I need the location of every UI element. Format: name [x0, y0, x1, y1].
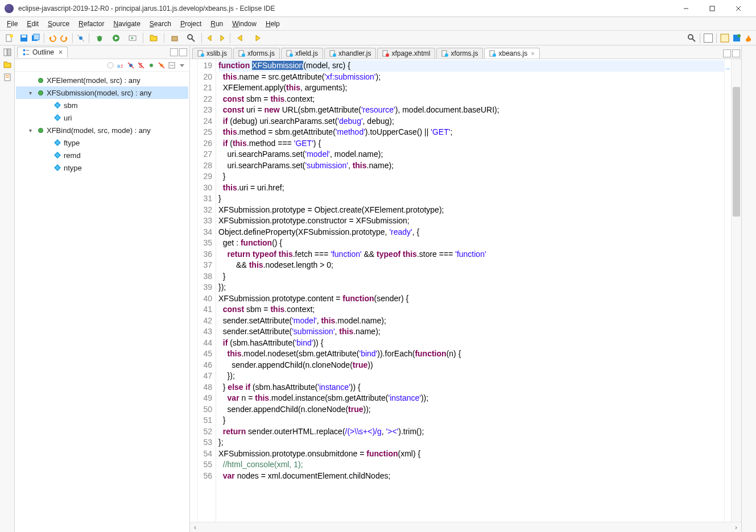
expand-arrow-icon[interactable]: ▾ — [26, 90, 34, 96]
outline-item[interactable]: uri — [16, 111, 188, 124]
save-all-button[interactable] — [31, 33, 41, 43]
code-line[interactable]: } else if (sbm.hasAttribute('instance'))… — [218, 382, 724, 393]
scrollbar-thumb[interactable] — [733, 87, 740, 217]
close-button[interactable] — [725, 0, 751, 17]
editor-tab[interactable]: xslib.js — [192, 48, 232, 59]
code-line[interactable]: XFSubmission.prototype = Object.create(X… — [218, 205, 724, 216]
editor-tab[interactable]: xfpage.xhtml — [377, 48, 435, 59]
code-line[interactable]: && this.nodeset.length > 0; — [218, 260, 724, 271]
navigator-icon[interactable] — [3, 73, 12, 82]
folding-ruler[interactable] — [190, 59, 198, 522]
perspective-js-icon[interactable] — [720, 33, 730, 43]
code-line[interactable]: } — [218, 415, 724, 426]
code-line[interactable]: this.model.nodeset(sbm.getAttribute('bin… — [218, 348, 724, 360]
outline-item[interactable]: ntype — [16, 161, 188, 174]
forward-button[interactable] — [250, 33, 265, 43]
hide-static-icon[interactable]: S — [137, 61, 145, 69]
access-search-button[interactable] — [687, 33, 697, 43]
perspective-java-icon[interactable] — [732, 33, 742, 43]
debug-button[interactable] — [92, 33, 107, 43]
code-line[interactable]: const uri = new URL(sbm.getAttribute('re… — [218, 105, 724, 116]
code-area[interactable]: function XFSubmission(model, src) { this… — [216, 59, 724, 522]
menu-run[interactable]: Run — [206, 19, 228, 29]
menu-source[interactable]: Source — [43, 19, 74, 29]
menu-file[interactable]: File — [2, 19, 22, 29]
menu-project[interactable]: Project — [176, 19, 206, 29]
horizontal-scrollbar[interactable]: ‹ › — [190, 522, 741, 532]
redo-button[interactable] — [59, 33, 69, 43]
hide-fields-icon[interactable] — [127, 61, 135, 69]
next-annotation-button[interactable] — [217, 33, 227, 43]
toggle-mark-icon[interactable] — [76, 33, 86, 43]
code-line[interactable]: } — [218, 171, 724, 182]
menu-search[interactable]: Search — [145, 19, 176, 29]
undo-button[interactable] — [47, 33, 57, 43]
code-line[interactable]: XFSubmission.prototype.onsubmitdone = fu… — [218, 448, 724, 460]
editor-tab[interactable]: xbeans.js× — [484, 48, 539, 59]
code-line[interactable]: return sender.outerHTML.replace(/(>\\s+<… — [218, 426, 724, 438]
sort-icon[interactable]: az — [117, 61, 125, 69]
outline-item[interactable]: XFElement(model, src) : any — [16, 74, 188, 86]
search-button[interactable] — [184, 33, 199, 43]
outline-item[interactable]: remd — [16, 149, 188, 161]
code-line[interactable]: get : function() { — [218, 238, 724, 249]
code-line[interactable]: }; — [218, 437, 724, 448]
editor-tab[interactable]: xhandler.js — [324, 48, 376, 59]
code-line[interactable]: sender.appendChild(n.cloneNode(true)); — [218, 404, 724, 415]
overview-ruler[interactable] — [724, 59, 731, 522]
code-line[interactable]: }); — [218, 282, 724, 293]
outline-tab[interactable]: Outline × — [17, 47, 68, 57]
code-line[interactable]: sender.appendChild(n.cloneNode(true)) — [218, 360, 724, 371]
code-line[interactable]: const sbm = this.context; — [218, 94, 724, 105]
code-line[interactable]: XFElement.apply(this, arguments); — [218, 82, 724, 94]
code-line[interactable]: var nodes = xml.documentElement.childNod… — [218, 471, 724, 482]
code-line[interactable]: XFSubmission.prototype.content = functio… — [218, 293, 724, 305]
expand-arrow-icon[interactable]: ▾ — [26, 127, 34, 134]
project-explorer-icon[interactable] — [3, 60, 12, 69]
outline-item[interactable]: ftype — [16, 136, 188, 149]
menu-edit[interactable]: Edit — [22, 19, 43, 29]
code-line[interactable]: uri.searchParams.set('submission', this.… — [218, 160, 724, 172]
open-type-button[interactable] — [146, 33, 161, 43]
new-package-button[interactable] — [167, 33, 182, 43]
code-line[interactable]: } — [218, 271, 724, 282]
code-line[interactable]: var n = this.model.instance(sbm.getAttri… — [218, 393, 724, 404]
prev-annotation-button[interactable] — [205, 33, 215, 43]
back-button[interactable] — [233, 33, 248, 43]
code-line[interactable]: this.uri = uri.href; — [218, 182, 724, 194]
menu-refactor[interactable]: Refactor — [74, 19, 109, 29]
collapse-all-icon[interactable] — [168, 61, 176, 69]
code-line[interactable]: if (debug) uri.searchParams.set('debug',… — [218, 116, 724, 127]
scroll-left-icon[interactable]: ‹ — [190, 523, 200, 531]
hide-nonpublic-icon[interactable] — [147, 61, 155, 69]
run-last-button[interactable] — [125, 33, 140, 43]
minimize-view-button[interactable] — [170, 48, 178, 56]
code-line[interactable]: if (this.method === 'GET') { — [218, 138, 724, 149]
minimize-button[interactable] — [673, 0, 699, 17]
menu-navigate[interactable]: Navigate — [109, 19, 144, 29]
maximize-view-button[interactable] — [179, 48, 187, 56]
hide-local-icon[interactable] — [158, 61, 166, 69]
outline-item[interactable]: ▾XFSubmission(model, src) : any — [16, 86, 188, 99]
minimize-editor-button[interactable] — [723, 49, 731, 57]
close-icon[interactable]: × — [59, 48, 63, 56]
code-line[interactable]: this.method = sbm.getAttribute('method')… — [218, 127, 724, 138]
code-line[interactable]: Object.defineProperty(XFSubmission.proto… — [218, 227, 724, 238]
code-line[interactable]: return typeof this.fetch === 'function' … — [218, 249, 724, 260]
maximize-button[interactable] — [699, 0, 725, 17]
code-line[interactable]: sender.setAttribute('model', this.model.… — [218, 315, 724, 327]
code-line[interactable]: sender.setAttribute('submission', this.n… — [218, 326, 724, 338]
restore-view-icon[interactable] — [3, 48, 12, 57]
code-line[interactable]: this.name = src.getAttribute('xf:submiss… — [218, 72, 724, 83]
menu-window[interactable]: Window — [228, 19, 261, 29]
vertical-scrollbar[interactable] — [731, 59, 741, 522]
code-line[interactable]: function XFSubmission(model, src) { — [218, 60, 724, 72]
outline-item[interactable]: ▾XFBind(model, src, mode) : any — [16, 124, 188, 136]
code-line[interactable]: const sbm = this.context; — [218, 304, 724, 315]
code-line[interactable]: //html_console(xml, 1); — [218, 459, 724, 471]
code-line[interactable]: uri.searchParams.set('model', model.name… — [218, 149, 724, 160]
code-line[interactable]: if (sbm.hasAttribute('bind')) { — [218, 338, 724, 349]
open-perspective-button[interactable] — [703, 33, 713, 43]
focus-icon[interactable] — [106, 61, 114, 69]
outline-tree[interactable]: XFElement(model, src) : any▾XFSubmission… — [15, 72, 189, 532]
